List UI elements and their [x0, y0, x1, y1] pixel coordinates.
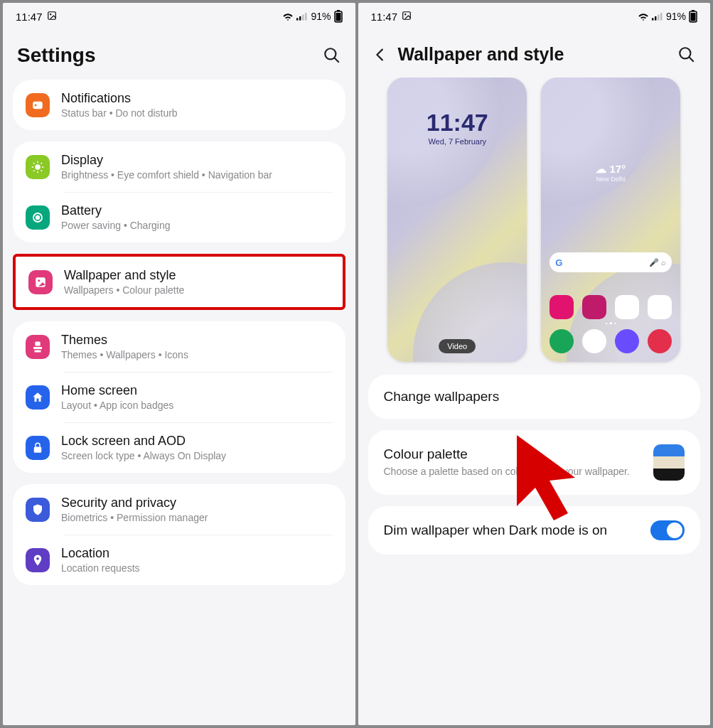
themes-icon [26, 335, 50, 359]
settings-group: Notifications Status bar • Do not distur… [13, 80, 345, 130]
item-title: Location [61, 546, 333, 561]
item-subtitle: Status bar • Do not disturb [61, 107, 333, 119]
wallpaper-content: 11:47 Wed, 7 February Video ☁ 17° New De… [358, 77, 711, 725]
settings-list: Notifications Status bar • Do not distur… [3, 80, 355, 725]
palette-swatch [653, 444, 685, 481]
option-subtitle: Choose a palette based on colours from y… [384, 465, 644, 478]
svg-rect-29 [34, 446, 42, 452]
gallery-icon [47, 11, 57, 23]
battery-status-icon [689, 10, 697, 23]
security-icon [26, 498, 50, 522]
wifi-icon [638, 12, 649, 21]
svg-point-40 [680, 48, 690, 58]
settings-header: Settings [3, 27, 355, 80]
display-icon [26, 155, 50, 179]
option-dim-wallpaper-when-dark-mode-is-on[interactable]: Dim wallpaper when Dark mode is on [368, 506, 701, 555]
svg-point-23 [36, 215, 40, 219]
search-button[interactable] [323, 46, 341, 65]
item-title: Display [61, 153, 333, 168]
lock-icon [26, 436, 50, 460]
settings-item-security-and-privacy[interactable]: Security and privacy Biometrics • Permis… [13, 484, 345, 535]
item-title: Battery [61, 203, 333, 218]
svg-rect-28 [35, 350, 41, 352]
option-title: Change wallpapers [384, 389, 685, 405]
search-icon [677, 46, 696, 64]
weather-widget: ☁ 17° New Delhi [541, 163, 680, 183]
svg-rect-8 [336, 13, 341, 21]
messages-app-icon [582, 329, 606, 353]
item-subtitle: Brightness • Eye comfort shield • Naviga… [61, 169, 333, 181]
item-title: Lock screen and AOD [61, 434, 333, 449]
settings-group: Display Brightness • Eye comfort shield … [13, 141, 345, 242]
item-title: Home screen [61, 383, 333, 398]
app-icon [582, 295, 606, 319]
page-indicator: • ● • [541, 320, 680, 326]
svg-line-18 [33, 163, 35, 164]
location-icon [26, 548, 50, 572]
option-change-wallpapers[interactable]: Change wallpapers [368, 375, 701, 419]
settings-item-notifications[interactable]: Notifications Status bar • Do not distur… [13, 80, 345, 130]
toggle-switch[interactable] [650, 520, 685, 540]
svg-rect-35 [658, 15, 659, 21]
settings-item-home-screen[interactable]: Home screen Layout • App icon badges [13, 372, 345, 422]
settings-item-lock-screen-and-aod[interactable]: Lock screen and AOD Screen lock type • A… [13, 422, 345, 473]
svg-rect-39 [691, 13, 696, 21]
settings-item-location[interactable]: Location Location requests [13, 535, 345, 585]
notifications-icon [26, 93, 50, 117]
svg-rect-38 [692, 10, 695, 11]
wallpaper-icon [28, 270, 53, 294]
page-title: Wallpaper and style [398, 44, 564, 65]
item-subtitle: Biometrics • Permission manager [61, 512, 333, 523]
svg-rect-34 [655, 16, 656, 21]
settings-item-battery[interactable]: Battery Power saving • Charging [13, 192, 345, 242]
dock [550, 329, 672, 353]
svg-rect-33 [652, 18, 653, 20]
svg-rect-0 [48, 11, 55, 19]
svg-rect-4 [302, 15, 304, 21]
item-subtitle: Layout • App icon badges [61, 400, 333, 411]
home-screen-preview[interactable]: ☁ 17° New Delhi G 🎤 ⌕ • ● • [541, 77, 680, 362]
settings-group: Security and privacy Biometrics • Permis… [13, 484, 345, 585]
status-time: 11:47 [371, 11, 398, 23]
battery-icon [26, 205, 50, 230]
item-subtitle: Location requests [61, 562, 333, 574]
option-colour-palette[interactable]: Colour palette Choose a palette based on… [368, 430, 701, 495]
chevron-left-icon [372, 47, 388, 63]
settings-item-display[interactable]: Display Brightness • Eye comfort shield … [13, 141, 345, 192]
search-icon [323, 46, 341, 65]
settings-item-themes[interactable]: Themes Themes • Wallpapers • Icons [13, 321, 345, 372]
item-subtitle: Themes • Wallpapers • Icons [61, 349, 333, 360]
item-subtitle: Wallpapers • Colour palette [64, 284, 330, 296]
svg-point-9 [325, 48, 336, 59]
svg-rect-2 [296, 18, 298, 20]
camera-app-icon [648, 329, 672, 353]
svg-rect-3 [299, 16, 301, 21]
status-bar: 11:47 91% [358, 3, 711, 27]
signal-icon [296, 12, 308, 21]
svg-line-19 [41, 170, 43, 171]
item-title: Themes [61, 333, 333, 348]
battery-status-icon [334, 10, 343, 23]
status-bar: 11:47 91% [3, 3, 355, 27]
svg-line-10 [334, 58, 339, 63]
back-button[interactable] [372, 47, 388, 63]
svg-point-32 [404, 14, 406, 15]
video-badge: Video [439, 339, 476, 353]
svg-rect-26 [35, 341, 41, 346]
app-icon [550, 295, 574, 319]
lock-screen-preview[interactable]: 11:47 Wed, 7 February Video [387, 77, 527, 362]
search-button[interactable] [677, 46, 696, 64]
option-title: Dim wallpaper when Dark mode is on [384, 523, 641, 538]
status-battery-text: 91% [311, 11, 331, 22]
svg-rect-11 [33, 101, 43, 109]
app-icon [648, 295, 672, 319]
settings-item-wallpaper-and-style[interactable]: Wallpaper and style Wallpapers • Colour … [16, 257, 343, 307]
svg-point-12 [35, 104, 37, 106]
google-search-bar: G 🎤 ⌕ [550, 252, 672, 272]
svg-line-21 [41, 163, 43, 164]
svg-point-13 [35, 164, 41, 170]
item-title: Security and privacy [61, 496, 333, 510]
browser-app-icon [615, 329, 639, 353]
settings-screen: 11:47 91% Settings Notifications Status … [3, 3, 355, 725]
svg-line-41 [689, 57, 694, 62]
